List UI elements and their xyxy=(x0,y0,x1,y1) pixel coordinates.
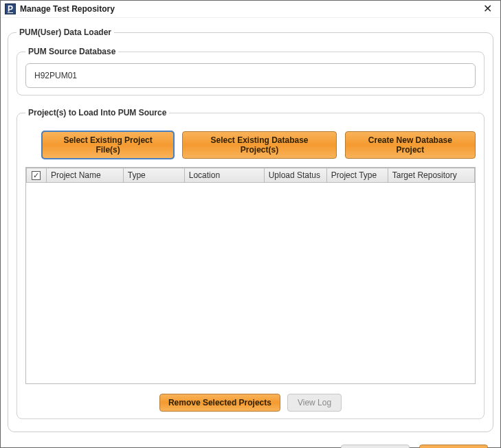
column-header-location[interactable]: Location xyxy=(184,168,264,183)
column-header-checkbox[interactable]: ✓ xyxy=(27,168,47,183)
outer-legend: PUM(User) Data Loader xyxy=(16,27,114,37)
remove-selected-projects-button[interactable]: Remove Selected Projects xyxy=(159,394,280,412)
below-table-buttons: Remove Selected Projects View Log xyxy=(25,394,476,412)
checkmark-icon: ✓ xyxy=(32,171,41,180)
select-existing-project-files-button[interactable]: Select Existing Project File(s) xyxy=(42,131,174,159)
app-icon: P xyxy=(5,3,16,14)
column-header-project-name[interactable]: Project Name xyxy=(46,168,123,183)
load-button: Load xyxy=(341,445,410,448)
source-database-value: H92PUM01 xyxy=(25,63,476,88)
project-action-buttons: Select Existing Project File(s) Select E… xyxy=(42,131,476,159)
window-title: Manage Test Repository xyxy=(20,4,115,14)
dialog-window: P Manage Test Repository ✕ PUM(User) Dat… xyxy=(0,0,501,448)
projects-legend: Project(s) to Load Into PUM Source xyxy=(25,108,169,117)
pum-user-data-loader-group: PUM(User) Data Loader PUM Source Databas… xyxy=(8,27,493,432)
exit-button[interactable]: Exit xyxy=(419,445,488,448)
dialog-footer: Load Exit xyxy=(1,439,500,448)
close-icon[interactable]: ✕ xyxy=(479,3,496,15)
projects-to-load-group: Project(s) to Load Into PUM Source Selec… xyxy=(16,108,485,419)
column-header-type[interactable]: Type xyxy=(123,168,184,183)
column-header-target-repository[interactable]: Target Repository xyxy=(388,168,474,183)
select-existing-database-projects-button[interactable]: Select Existing Database Project(s) xyxy=(182,131,337,159)
column-header-project-type[interactable]: Project Type xyxy=(326,168,388,183)
projects-table: ✓ Project Name Type Location Upload Stat… xyxy=(25,167,476,384)
pum-source-database-group: PUM Source Database H92PUM01 xyxy=(16,47,485,96)
column-header-upload-status[interactable]: Upload Status xyxy=(264,168,326,183)
content-area: PUM(User) Data Loader PUM Source Databas… xyxy=(1,18,500,439)
source-legend: PUM Source Database xyxy=(25,47,118,56)
view-log-button: View Log xyxy=(287,394,342,412)
create-new-database-project-button[interactable]: Create New Database Project xyxy=(345,131,476,159)
titlebar: P Manage Test Repository ✕ xyxy=(1,1,500,18)
